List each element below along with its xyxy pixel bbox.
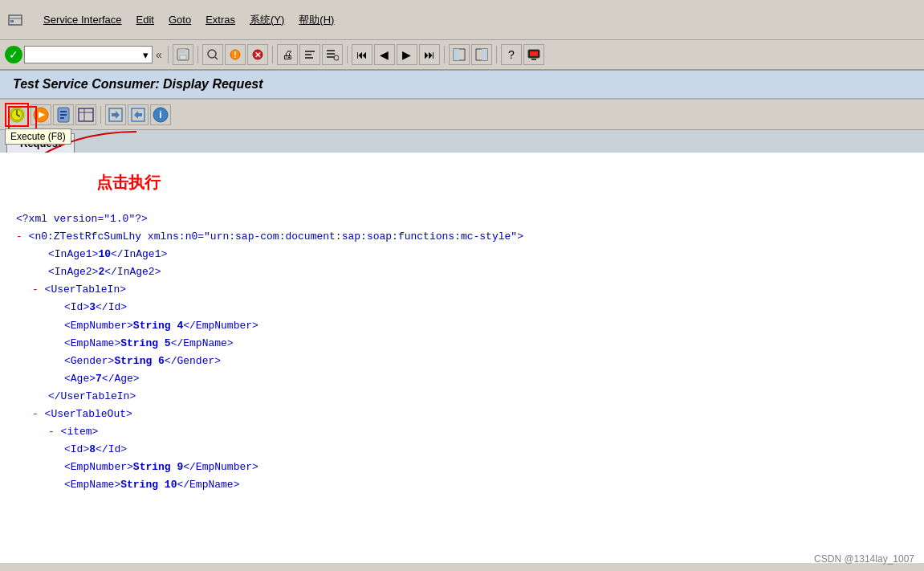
sub-separator-1 bbox=[100, 106, 101, 124]
svg-rect-2 bbox=[10, 20, 14, 22]
tab-bar: Request bbox=[0, 130, 924, 153]
separator-3 bbox=[272, 46, 273, 63]
print-button[interactable]: 🖨 bbox=[277, 44, 298, 65]
svg-text:✕: ✕ bbox=[254, 51, 261, 59]
svg-marker-42 bbox=[134, 111, 142, 119]
svg-rect-22 bbox=[482, 49, 487, 60]
xml-emp-number: <EmpNumber>String 4</EmpNumber> bbox=[64, 317, 908, 335]
svg-rect-25 bbox=[531, 59, 536, 60]
monitor-button[interactable] bbox=[523, 44, 544, 65]
debug-button[interactable] bbox=[53, 104, 74, 125]
last-button[interactable]: ⏭ bbox=[419, 44, 440, 65]
execute-button[interactable] bbox=[5, 103, 29, 127]
export-button[interactable] bbox=[128, 104, 149, 125]
info-button[interactable]: i bbox=[150, 104, 171, 125]
nav-dropdown-arrow: ▾ bbox=[143, 49, 149, 61]
separator-5 bbox=[444, 46, 445, 63]
xml-user-table-in-open: - <UserTableIn> bbox=[32, 281, 908, 299]
menu-service-interface[interactable]: Service Interface bbox=[37, 12, 128, 27]
svg-rect-4 bbox=[179, 49, 185, 53]
find-button[interactable] bbox=[299, 44, 320, 65]
svg-rect-20 bbox=[454, 49, 459, 60]
separator-4 bbox=[347, 46, 348, 63]
xml-display: <?xml version="1.0"?> - <n0:ZTestRfcSumL… bbox=[16, 210, 908, 495]
table-view-button[interactable] bbox=[75, 104, 96, 125]
execute-btn-wrapper bbox=[5, 103, 29, 127]
run-bg-button[interactable] bbox=[31, 104, 51, 125]
xml-in-age1: <InAge1>10</InAge1> bbox=[48, 246, 908, 263]
svg-rect-35 bbox=[60, 117, 64, 119]
xml-emp-name: <EmpName>String 5</EmpName> bbox=[64, 335, 908, 353]
menu-edit[interactable]: Edit bbox=[130, 12, 161, 27]
alarm-button[interactable]: ! bbox=[225, 44, 246, 65]
prev-page-icon[interactable]: « bbox=[154, 48, 164, 61]
find-all-button[interactable] bbox=[322, 44, 343, 65]
status-ok-icon: ✓ bbox=[5, 46, 22, 63]
svg-rect-34 bbox=[60, 114, 67, 116]
separator-1 bbox=[168, 46, 169, 63]
svg-rect-15 bbox=[327, 50, 335, 51]
svg-point-6 bbox=[208, 50, 216, 58]
xml-age: <Age>7</Age> bbox=[64, 370, 908, 388]
svg-text:!: ! bbox=[234, 51, 236, 59]
svg-rect-33 bbox=[60, 111, 67, 112]
xml-content-area: 点击执行 <?xml version="1.0"?> - <n0:ZTestRf… bbox=[0, 153, 924, 563]
xml-declaration: <?xml version="1.0"?> bbox=[16, 210, 908, 228]
watermark: CSDN @1314lay_1007 bbox=[814, 553, 914, 565]
nav-dropdown[interactable]: ▾ bbox=[24, 46, 153, 63]
title-bar: Service Interface Edit Goto Extras 系统(Y)… bbox=[0, 0, 924, 40]
svg-marker-40 bbox=[112, 111, 120, 119]
help-button[interactable]: ? bbox=[501, 44, 522, 65]
menu-extras[interactable]: Extras bbox=[199, 12, 242, 27]
xml-emp-number-9: <EmpNumber>String 9</EmpNumber> bbox=[64, 459, 908, 476]
separator-6 bbox=[496, 46, 497, 63]
xml-in-age2: <InAge2>2</InAge2> bbox=[48, 263, 908, 281]
save-button[interactable] bbox=[173, 44, 193, 65]
menu-goto[interactable]: Goto bbox=[162, 12, 197, 27]
sub-toolbar: i Execute (F8) bbox=[0, 100, 924, 130]
layout1-button[interactable] bbox=[449, 44, 470, 65]
chinese-annotation: 点击执行 bbox=[96, 169, 161, 196]
svg-rect-16 bbox=[327, 53, 335, 55]
xml-root-open: - <n0:ZTestRfcSumLhy xmlns:n0="urn:sap-c… bbox=[16, 228, 908, 246]
xml-emp-name-10: <EmpName>String 10</EmpName> bbox=[64, 476, 908, 494]
xml-id-8: <Id>8</Id> bbox=[64, 441, 908, 459]
svg-line-7 bbox=[215, 57, 218, 59]
svg-rect-12 bbox=[305, 51, 315, 52]
page-title: Test Service Consumer: Display Request bbox=[13, 77, 263, 91]
separator-2 bbox=[197, 46, 198, 63]
window-icon bbox=[6, 11, 24, 29]
menu-system[interactable]: 系统(Y) bbox=[243, 11, 291, 29]
layout2-button[interactable] bbox=[471, 44, 492, 65]
cancel-button[interactable]: ✕ bbox=[247, 44, 268, 65]
svg-rect-5 bbox=[180, 55, 186, 59]
execute-tooltip: Execute (F8) bbox=[5, 128, 71, 145]
xml-item-open: - <item> bbox=[48, 423, 908, 441]
svg-rect-36 bbox=[79, 108, 93, 121]
prev-button[interactable]: ◀ bbox=[374, 44, 395, 65]
svg-rect-14 bbox=[305, 57, 313, 59]
main-toolbar: ✓ ▾ « ! ✕ 🖨 bbox=[0, 40, 924, 71]
svg-rect-24 bbox=[530, 51, 538, 56]
search-button[interactable] bbox=[202, 44, 223, 65]
xml-user-table-in-close: </UserTableIn> bbox=[48, 388, 908, 406]
menu-bar: Service Interface Edit Goto Extras 系统(Y)… bbox=[37, 11, 340, 29]
svg-rect-13 bbox=[305, 54, 311, 55]
xml-user-table-out-open: - <UserTableOut> bbox=[32, 406, 908, 423]
menu-help[interactable]: 帮助(H) bbox=[292, 11, 340, 29]
next-button[interactable]: ▶ bbox=[397, 44, 417, 65]
import-button[interactable] bbox=[105, 104, 126, 125]
first-button[interactable]: ⏮ bbox=[352, 44, 372, 65]
svg-text:i: i bbox=[159, 109, 161, 120]
xml-gender: <Gender>String 6</Gender> bbox=[64, 353, 908, 370]
xml-id: <Id>3</Id> bbox=[64, 299, 908, 316]
page-header: Test Service Consumer: Display Request bbox=[0, 71, 924, 100]
